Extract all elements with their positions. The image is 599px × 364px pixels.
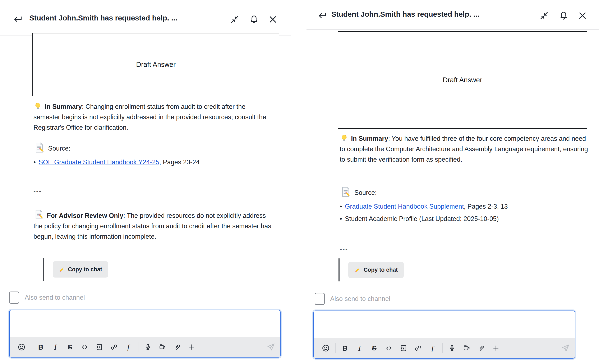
collapse-icon[interactable] [230,15,240,24]
back-arrow-icon[interactable] [13,15,23,24]
code-icon[interactable] [77,340,92,354]
source-item: • Graduate Student Handbook Supplement, … [340,201,508,212]
also-send-label: Also send to channel [330,295,390,303]
quote-bar [338,258,340,281]
memo-icon [34,209,44,220]
toolbar-separator [138,342,138,352]
code-icon[interactable] [382,341,396,355]
notifications-bell-icon[interactable] [249,15,259,24]
also-send-row: Also send to channel [9,292,85,304]
quote-bar [43,258,44,281]
summary-heading: In Summary [45,103,82,110]
toolbar-separator [335,343,335,353]
source-heading: Source: [48,145,70,152]
copy-row: Copy to chat [43,258,108,281]
thread-panel-left: Student John.Smith has requested help. .… [0,0,300,364]
source-text: Student Academic Profile (Last Updated: … [345,213,499,224]
copy-to-chat-button[interactable]: Copy to chat [53,261,108,278]
message-composer: B I S ƒ [313,311,575,359]
close-icon[interactable] [268,15,278,24]
header-divider [307,29,599,30]
toolbar-separator [31,342,31,352]
emoji-icon[interactable] [14,340,29,354]
code-block-icon[interactable] [92,340,107,354]
copy-row: Copy to chat [338,258,404,281]
thread-title: Student John.Smith has requested help. .… [331,10,479,18]
summary-paragraph: In Summary: Changing enrollment status f… [34,102,271,133]
microphone-icon[interactable] [141,340,155,354]
thread-panel-right: Student John.Smith has requested help. .… [300,0,599,364]
source-block: Source: • SOE Graduate Student Handbook … [34,142,200,168]
bold-icon[interactable]: B [34,340,48,354]
draft-answer-box: Draft Answer [32,33,279,96]
link-icon[interactable] [411,341,425,355]
review-paragraph: For Advisor Review Only: The provided re… [34,209,275,242]
source-link[interactable]: Graduate Student Handbook Supplement [345,203,464,210]
message-input[interactable] [10,310,280,337]
summary-paragraph: In Summary: You have fulfilled three of … [340,134,590,165]
attachment-icon[interactable] [474,341,489,355]
pencil-icon [59,266,65,273]
italic-icon[interactable]: I [352,341,367,355]
draft-answer-label: Draft Answer [443,76,482,84]
source-link[interactable]: SOE Graduate Student Handbook Y24-25 [39,159,159,166]
also-send-label: Also send to channel [25,294,85,301]
formula-icon[interactable]: ƒ [121,340,136,354]
message-input[interactable] [314,311,575,338]
draft-answer-box: Draft Answer [338,31,587,129]
light-bulb-icon [34,102,42,111]
also-send-checkbox[interactable] [9,292,19,304]
source-pages: , Pages 2-3, 13 [464,203,508,210]
back-arrow-icon[interactable] [317,11,327,20]
message-composer: B I S ƒ [9,310,281,357]
plus-icon[interactable] [185,340,199,354]
review-heading: For Advisor Review Only [47,212,123,219]
bullet: • [340,201,342,212]
source-item: • SOE Graduate Student Handbook Y24-25, … [34,157,200,168]
also-send-row: Also send to channel [315,293,390,305]
thread-title: Student John.Smith has requested help. .… [29,14,177,22]
copy-to-chat-label: Copy to chat [364,267,398,273]
microphone-icon[interactable] [445,341,459,355]
video-icon[interactable] [459,341,474,355]
also-send-checkbox[interactable] [315,293,325,305]
source-pages: , Pages 23-24 [159,159,200,166]
composer-toolbar: B I S ƒ [314,338,575,358]
send-icon[interactable] [266,342,276,352]
composer-toolbar: B I S ƒ [10,337,280,357]
text-divider: --- [340,245,348,253]
bold-icon[interactable]: B [338,341,352,355]
pencil-icon [354,266,361,273]
light-bulb-icon [340,134,349,143]
code-block-icon[interactable] [396,341,411,355]
link-icon[interactable] [107,340,121,354]
formula-icon[interactable]: ƒ [425,341,440,355]
memo-icon [340,186,352,199]
toolbar-separator [442,343,443,353]
memo-icon [34,142,45,155]
copy-to-chat-label: Copy to chat [68,266,102,273]
notifications-bell-icon[interactable] [559,11,568,20]
video-icon[interactable] [155,340,170,354]
collapse-icon[interactable] [539,11,549,20]
strikethrough-icon[interactable]: S [367,341,382,355]
source-heading: Source: [354,189,377,196]
draft-answer-label: Draft Answer [136,60,176,68]
plus-icon[interactable] [489,341,503,355]
bullet: • [34,157,36,168]
summary-heading: In Summary [351,135,388,142]
source-heading-row: Source: [340,186,508,200]
source-item: • Student Academic Profile (Last Updated… [340,213,508,224]
emoji-icon[interactable] [318,341,333,355]
source-heading-row: Source: [34,142,200,155]
copy-to-chat-button[interactable]: Copy to chat [348,262,404,278]
bullet: • [340,213,342,224]
strikethrough-icon[interactable]: S [63,340,77,354]
italic-icon[interactable]: I [48,340,63,354]
attachment-icon[interactable] [170,340,185,354]
source-block: Source: • Graduate Student Handbook Supp… [340,186,508,224]
text-divider: --- [34,187,42,195]
send-icon[interactable] [561,344,570,353]
close-icon[interactable] [578,11,587,20]
